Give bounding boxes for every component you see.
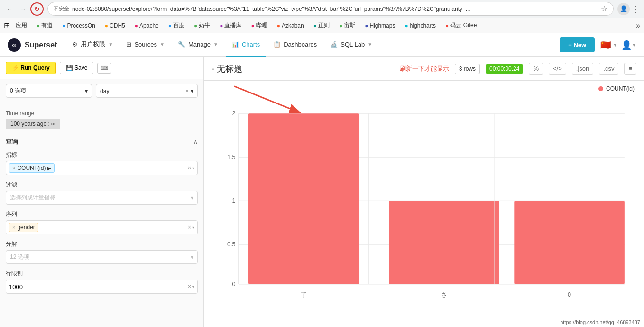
metric-tag-input[interactable]: × COUNT(id) ▶ × ▾ (6, 161, 198, 175)
chart-action-json-button[interactable]: .json (572, 63, 593, 75)
chart-action-percent-button[interactable]: % (529, 63, 543, 75)
svg-rect-12 (248, 113, 359, 284)
time-range-badge[interactable]: 100 years ago : ∞ (6, 119, 60, 129)
profile-button[interactable]: 👤 (617, 3, 630, 15)
time-grain-clear-icon[interactable]: × (185, 88, 189, 94)
breakdown-field-group: 分解 12 选项 ▾ (6, 240, 198, 264)
series-dropdown-icon[interactable]: ▾ (192, 225, 194, 230)
time-grain-select[interactable]: day × ▾ (96, 84, 198, 98)
bookmark-azkaban[interactable]: ● Azkaban (273, 21, 308, 30)
svg-text:1.5: 1.5 (227, 154, 236, 160)
right-panel: - 无标题 刷新一下才能显示 3 rows 00:00:00.24 % </> … (204, 57, 644, 327)
bookmarks-more-button[interactable]: » (636, 21, 640, 30)
row-limit-field-group: 行限制 1000 × ▾ (6, 270, 198, 294)
nav-sources-label: Sources (134, 41, 157, 48)
forward-button[interactable]: → (17, 3, 28, 15)
query-toolbar: ⚡ Run Query 💾 Save ⌨ (0, 57, 203, 79)
bookmark-apps[interactable]: 应用 (12, 20, 31, 30)
bookmark-star-icon[interactable]: ☆ (601, 4, 607, 13)
filter-select[interactable]: 选择列或计量指标 ▾ (6, 191, 198, 205)
svg-text:0.5: 0.5 (227, 241, 236, 248)
metric-tag-remove[interactable]: × (12, 165, 15, 171)
address-bar[interactable]: 不安全 node-02:8080/superset/explore/?form_… (47, 2, 614, 16)
chart-legend: COUNT(id) (598, 85, 635, 92)
nav-item-sources[interactable]: ⊞ Sources ▼ (120, 33, 170, 57)
address-text: node-02:8080/superset/explore/?form_data… (72, 6, 598, 12)
time-badge: 00:00:00.24 (486, 64, 523, 74)
bookmark-highmaps[interactable]: ● Highmaps (361, 21, 399, 30)
chart-action-menu-button[interactable]: ≡ (624, 63, 636, 75)
chart-action-code-button[interactable]: </> (549, 63, 566, 75)
bookmark-gitee[interactable]: ● 码云 Gitee (442, 20, 480, 30)
metric-tag-play-icon[interactable]: ▶ (47, 166, 51, 171)
time-range-section: Time range 100 years ago : ∞ (0, 106, 203, 133)
bookmark-cdh5[interactable]: ● CDH5 (101, 21, 129, 30)
row-limit-label: 行限制 (6, 270, 198, 278)
series-tag-input[interactable]: × gender × ▾ (6, 220, 198, 234)
bookmark-zhengze[interactable]: ● 正则 (310, 20, 333, 30)
chart-action-csv-button[interactable]: .csv (599, 63, 618, 75)
user-area[interactable]: 👤 ▼ (621, 40, 636, 50)
bookmark-youdao[interactable]: ● 有道 (33, 20, 56, 30)
flag-caret-icon: ▼ (613, 42, 617, 47)
query-section-header[interactable]: 查询 ∧ (6, 138, 198, 146)
bookmark-zeus[interactable]: ● 宙斯 (335, 20, 359, 30)
bookmark-baidu[interactable]: ● 百度 (165, 20, 188, 30)
bookmark-apache[interactable]: ● Apache (131, 21, 163, 30)
nav-buttons: ← → ↻ (4, 2, 44, 16)
svg-text:1: 1 (232, 197, 235, 204)
new-button[interactable]: + New (560, 37, 595, 52)
bookmark-zhibo[interactable]: ● 直播库 (216, 20, 245, 30)
bookmark-highcharts[interactable]: ● highcharts (401, 21, 440, 30)
keyboard-shortcut-button[interactable]: ⌨ (97, 63, 111, 74)
series-tag-remove[interactable]: × (12, 224, 15, 230)
series-clear-icon[interactable]: × (188, 224, 191, 231)
bookmark-bilibili[interactable]: ● 哔哩 (247, 20, 271, 30)
manage-caret-icon: ▼ (213, 42, 218, 47)
svg-text:0: 0 (232, 281, 235, 288)
refresh-button[interactable]: ↻ (30, 2, 44, 16)
breakdown-select[interactable]: 12 选项 ▾ (6, 250, 198, 264)
lock-icon: 不安全 (54, 5, 69, 12)
nav-item-permissions[interactable]: ⚙ 用户权限 ▼ (66, 33, 119, 57)
user-avatar-icon: 👤 (621, 40, 632, 50)
bookmark-niuniu[interactable]: ● 奶牛 (190, 20, 214, 30)
permissions-caret-icon: ▼ (108, 42, 113, 47)
main-content: ⚡ Run Query 💾 Save ⌨ 0 选项 ▾ day × ▾ (0, 57, 644, 327)
row-limit-clear-icon[interactable]: × (188, 283, 191, 290)
nav-item-dashboards[interactable]: 📋 Dashboards (267, 33, 322, 57)
legend-label: COUNT(id) (606, 85, 635, 92)
logo-icon: ∞ (8, 38, 21, 52)
metric-tag-label: COUNT(id) (17, 165, 46, 171)
row-limit-dropdown-icon[interactable]: ▾ (192, 284, 194, 290)
dashboards-icon: 📋 (273, 41, 281, 48)
datasource-select[interactable]: 0 选项 ▾ (6, 84, 92, 98)
svg-rect-14 (514, 201, 625, 284)
nav-item-charts[interactable]: 📊 Charts (226, 33, 266, 57)
apps-icon: ⊞ (4, 21, 10, 30)
select-row: 0 选项 ▾ day × ▾ (6, 84, 198, 98)
footer-url: https://blog.csdn.net/qq_46893437 (560, 319, 640, 325)
manage-icon: 🔧 (178, 41, 185, 48)
query-section-chevron-icon: ∧ (193, 139, 198, 145)
nav-item-sqllab[interactable]: 🔬 SQL Lab ▼ (324, 33, 378, 57)
back-button[interactable]: ← (4, 3, 15, 15)
datasource-select-arrow: ▾ (85, 88, 88, 94)
metric-tag: × COUNT(id) ▶ (9, 163, 55, 173)
flag-icon: 🇨🇳 (600, 40, 611, 50)
nav-item-manage[interactable]: 🔧 Manage ▼ (172, 33, 224, 57)
nav-charts-label: Charts (242, 41, 260, 48)
metric-field-group: 指标 × COUNT(id) ▶ × ▾ (6, 151, 198, 175)
profile-area: 👤 ⋮ (617, 3, 640, 15)
browser-menu-button[interactable]: ⋮ (632, 4, 640, 14)
metric-clear-icon[interactable]: × (188, 165, 191, 171)
time-grain-value: day (100, 88, 109, 94)
metric-dropdown-icon[interactable]: ▾ (192, 166, 194, 171)
row-limit-input[interactable]: 1000 × ▾ (6, 280, 198, 294)
chart-title: - 无标题 (212, 63, 394, 75)
datasource-select-value: 0 选项 (10, 87, 26, 95)
svg-text:さ: さ (441, 291, 447, 298)
save-button[interactable]: 💾 Save (60, 62, 94, 74)
run-query-button[interactable]: ⚡ Run Query (6, 62, 56, 74)
bookmark-processon[interactable]: ● ProcessOn (58, 21, 99, 30)
